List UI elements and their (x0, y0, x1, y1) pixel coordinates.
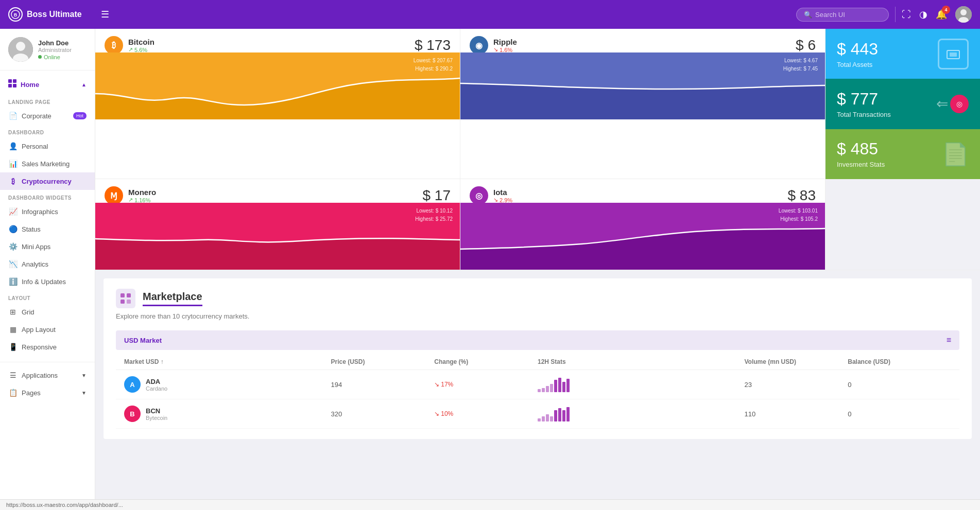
corporate-icon: 📄 (8, 112, 18, 120)
marketplace-subtitle: Explore more than 10 crytocurrency marke… (116, 312, 959, 320)
sidebar-item-mini-apps[interactable]: ⚙️ Mini Apps (0, 238, 95, 255)
bcn-volume: 110 (745, 410, 848, 418)
sidebar-item-app-layout[interactable]: ▦ App Layout (0, 321, 95, 338)
notifications-button[interactable]: 🔔 4 (936, 9, 947, 20)
ripple-icon: ◉ (470, 36, 488, 55)
ripple-info: ◉ Ripple ↘ 1.6% (470, 36, 517, 55)
marketplace-section: Marketplace Explore more than 10 crytocu… (104, 278, 972, 439)
svg-point-6 (16, 42, 25, 51)
ripple-card: ◉ Ripple ↘ 1.6% $ 6 Lowest: $ 4.67 (460, 29, 826, 179)
info-icon: ℹ️ (8, 277, 18, 286)
bitcoin-chart-labels: Lowest: $ 207.67 Highest: $ 290.2 (414, 57, 453, 73)
col-stats: 12H Stats (538, 358, 745, 365)
fullscreen-button[interactable]: ⛶ (902, 9, 911, 20)
applications-icon: ☰ (8, 371, 18, 379)
ripple-header: ◉ Ripple ↘ 1.6% $ 6 (460, 29, 825, 55)
sidebar-navigation: Home ▲ LANDING PAGE 📄 Corporate Hot DASH… (0, 71, 95, 499)
investment-stats-card: $ 485 Invesment Stats 📄 (826, 129, 980, 179)
stat-cards-column: $ 443 Total Assets $ 777 Total Transacti… (826, 29, 980, 179)
infographics-icon: 📈 (8, 207, 18, 216)
iota-chart: Lowest: $ 103.01 Highest: $ 105.2 (460, 203, 825, 270)
ripple-price: $ 6 (796, 37, 816, 54)
svg-text:B: B (14, 12, 18, 17)
bitcoin-icon: ₿ (105, 36, 123, 55)
sidebar-item-responsive[interactable]: 📱 Responsive (0, 338, 95, 356)
sidebar-item-grid[interactable]: ⊞ Grid (0, 303, 95, 321)
market-row-ada: A ADA Cardano 194 ↘ 17% (116, 370, 959, 399)
monero-wave-svg (95, 203, 460, 270)
market-filter-icon[interactable]: ≡ (947, 336, 951, 345)
iota-change-value: 2.9% (500, 197, 512, 203)
iota-price: $ 83 (788, 187, 816, 204)
svg-point-3 (960, 9, 967, 15)
second-crypto-row: Ɱ Monero ↗ 1.16% $ 17 Lowest: $ 10.1 (95, 179, 980, 270)
svg-rect-11 (13, 84, 16, 87)
sidebar-item-corporate[interactable]: 📄 Corporate Hot (0, 107, 95, 125)
bitcoin-card: ₿ Bitcoin ↗ 5.6% $ 173 Lowest: $ 207 (95, 29, 460, 179)
sidebar-item-pages[interactable]: 📋 Pages ▼ (0, 384, 95, 401)
ripple-chart-labels: Lowest: $ 4.67 Highest: $ 7.45 (783, 57, 818, 73)
total-assets-icon (938, 39, 969, 69)
applications-arrow: ▼ (81, 373, 87, 378)
sidebar-user-profile: John Doe Administrator Online (0, 29, 95, 71)
monero-card: Ɱ Monero ↗ 1.16% $ 17 Lowest: $ 10.1 (95, 179, 460, 270)
total-transactions-icon: ⇐ ◎ (936, 95, 969, 113)
total-transactions-info: $ 777 Total Transactions (837, 90, 891, 118)
col-volume: Volume (mn USD) (745, 358, 848, 365)
search-input[interactable] (815, 11, 881, 19)
theme-toggle[interactable]: ◑ (919, 9, 927, 20)
home-label: Home (21, 81, 39, 89)
infographics-label: Infographics (22, 208, 58, 216)
monero-chart: Lowest: $ 10.12 Highest: $ 25.72 (95, 203, 460, 270)
bcn-balance: 0 (848, 410, 951, 418)
sidebar-item-personal[interactable]: 👤 Personal (0, 137, 95, 155)
sidebar-item-infographics[interactable]: 📈 Infographics (0, 203, 95, 220)
sidebar-item-info-updates[interactable]: ℹ️ Info & Updates (0, 273, 95, 290)
svg-rect-14 (121, 293, 125, 297)
bitcoin-details: Bitcoin ↗ 5.6% (128, 38, 154, 53)
col-market: Market USD ↑ (124, 358, 331, 365)
sidebar-item-applications[interactable]: ☰ Applications ▼ (0, 366, 95, 384)
ada-change: ↘ 17% (434, 381, 538, 388)
sidebar-item-cryptocurrency[interactable]: ₿ Cryptocurrency (0, 172, 95, 190)
market-table-title: USD Market (124, 337, 162, 344)
url-text: https://boss.ux-maestro.com/app/dashboar… (6, 502, 123, 508)
bottom-right-placeholder (826, 179, 980, 270)
marketplace-header: Marketplace (116, 289, 959, 308)
sidebar-user-role: Administrator (38, 47, 72, 53)
ada-stats-bars (538, 377, 745, 392)
monero-name: Monero (128, 188, 156, 197)
bcn-change: ↘ 10% (434, 410, 538, 417)
sidebar-item-sales-marketing[interactable]: 📊 Sales Marketing (0, 155, 95, 172)
hamburger-menu[interactable]: ☰ (101, 9, 109, 20)
search-icon: 🔍 (804, 11, 812, 19)
svg-rect-16 (121, 300, 125, 304)
ripple-wave-svg (460, 52, 825, 119)
bcn-details: BCN Bytecoin (146, 407, 167, 421)
svg-rect-8 (8, 79, 12, 83)
sidebar-item-home[interactable]: Home ▲ (0, 75, 95, 94)
pages-icon: 📋 (8, 389, 18, 397)
transactions-pink-dot: ◎ (950, 95, 969, 113)
iota-wave-svg (460, 203, 825, 270)
bitcoin-name: Bitcoin (128, 38, 154, 46)
sales-label: Sales Marketing (22, 160, 70, 168)
monero-change-value: 1.16% (134, 197, 150, 203)
sidebar-user-name: John Doe (38, 39, 72, 47)
app-logo[interactable]: B Boss Ultimate (8, 7, 101, 22)
sidebar-item-status[interactable]: 🔵 Status (0, 220, 95, 238)
avatar-image (955, 6, 972, 23)
user-avatar[interactable] (955, 6, 972, 23)
sidebar-user-info: John Doe Administrator Online (38, 39, 72, 60)
topnav: B Boss Ultimate ☰ 🔍 ⛶ ◑ 🔔 4 (0, 0, 980, 29)
market-row-bcn: B BCN Bytecoin 320 ↘ 10% (116, 399, 959, 429)
crypto-icon: ₿ (8, 177, 18, 185)
svg-rect-10 (8, 84, 12, 87)
sidebar-item-analytics[interactable]: 📉 Analytics (0, 255, 95, 273)
svg-rect-9 (13, 79, 16, 83)
top-section: ₿ Bitcoin ↗ 5.6% $ 173 Lowest: $ 207 (95, 29, 980, 179)
nav-actions: ⛶ ◑ 🔔 4 (902, 6, 972, 23)
ada-coin: A ADA Cardano (124, 376, 331, 393)
search-bar[interactable]: 🔍 (796, 8, 889, 22)
total-transactions-label: Total Transactions (837, 111, 891, 118)
